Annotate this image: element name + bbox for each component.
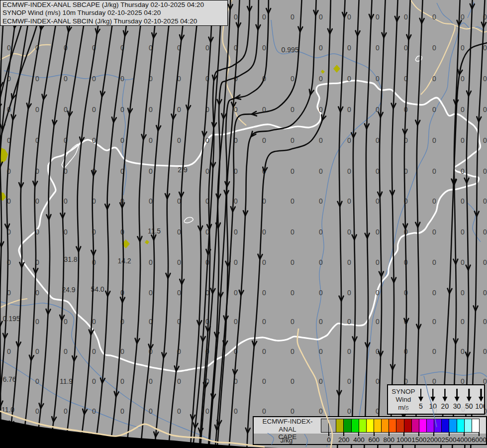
cape-tick-mark — [464, 433, 465, 436]
svg-text:0: 0 — [291, 75, 294, 83]
svg-text:0: 0 — [177, 228, 181, 236]
svg-text:11.9: 11.9 — [60, 377, 73, 385]
svg-text:0: 0 — [64, 197, 68, 205]
svg-text:0: 0 — [291, 106, 294, 113]
svg-text:0: 0 — [347, 347, 351, 355]
svg-text:0: 0 — [347, 318, 351, 326]
svg-text:0: 0 — [120, 407, 124, 415]
svg-text:0: 0 — [7, 347, 11, 355]
svg-text:0: 0 — [262, 228, 266, 236]
svg-text:0: 0 — [149, 167, 153, 175]
svg-text:0: 0 — [483, 318, 487, 326]
svg-text:11.5: 11.5 — [148, 227, 161, 235]
svg-text:0: 0 — [347, 407, 351, 415]
title-line-wind: SYNOP Wind (m/s) 10m Thursday 02-10-2025… — [2, 9, 227, 17]
svg-text:0: 0 — [92, 407, 96, 415]
svg-text:0: 0 — [461, 75, 465, 83]
svg-text:0: 0 — [376, 197, 380, 205]
svg-text:0: 0 — [205, 407, 209, 415]
svg-text:0: 0 — [483, 167, 487, 175]
svg-text:0: 0 — [92, 136, 96, 144]
svg-text:0: 0 — [404, 44, 408, 52]
wind-speed-label: 10 — [429, 402, 437, 410]
svg-text:0: 0 — [64, 318, 68, 326]
wind-speed-arrow-icons: 510203050100 — [417, 385, 485, 414]
svg-text:0: 0 — [432, 318, 436, 326]
svg-text:0: 0 — [319, 197, 323, 205]
svg-text:0: 0 — [234, 258, 238, 266]
svg-text:0: 0 — [432, 197, 436, 205]
svg-text:0: 0 — [177, 407, 181, 415]
svg-text:0: 0 — [432, 106, 436, 113]
svg-text:0: 0 — [35, 377, 39, 385]
svg-text:0: 0 — [291, 377, 294, 385]
svg-text:0: 0 — [432, 136, 436, 144]
svg-text:0: 0 — [149, 258, 153, 266]
title-box: ECMWF-INDEX-ANAL SBCAPE (J/kg) Thursday … — [0, 0, 228, 26]
svg-text:0: 0 — [461, 347, 465, 355]
svg-text:0: 0 — [461, 318, 465, 326]
svg-text:0: 0 — [347, 13, 351, 21]
wind-legend-unit: m/s — [388, 404, 419, 412]
svg-text:0: 0 — [177, 106, 181, 113]
svg-text:0: 0 — [461, 289, 465, 297]
svg-text:0: 0 — [262, 136, 266, 144]
svg-text:0: 0 — [347, 75, 351, 83]
svg-text:0: 0 — [262, 289, 266, 297]
cape-tick-mark — [374, 433, 375, 436]
svg-text:0: 0 — [319, 106, 323, 113]
svg-text:0: 0 — [483, 228, 487, 236]
title-line-sbcape: ECMWF-INDEX-ANAL SBCAPE (J/kg) Thursday … — [2, 1, 227, 9]
svg-text:0: 0 — [262, 258, 266, 266]
svg-text:0: 0 — [234, 13, 238, 21]
svg-text:0: 0 — [234, 318, 238, 326]
svg-text:0: 0 — [291, 347, 294, 355]
svg-text:0: 0 — [149, 197, 153, 205]
svg-text:0: 0 — [120, 75, 124, 83]
weather-map-screen: 0000000000000000000000000000000000000000… — [0, 0, 487, 448]
svg-text:0: 0 — [262, 407, 266, 415]
svg-text:0: 0 — [205, 44, 209, 52]
svg-text:0: 0 — [347, 106, 351, 113]
svg-text:0: 0 — [120, 106, 124, 113]
svg-text:0: 0 — [92, 377, 96, 385]
svg-text:0: 0 — [461, 258, 465, 266]
svg-text:0: 0 — [35, 75, 39, 83]
cape-tick-mark — [449, 433, 450, 436]
svg-text:0: 0 — [376, 289, 380, 297]
svg-text:0: 0 — [376, 377, 380, 385]
svg-text:0: 0 — [347, 377, 351, 385]
svg-text:0: 0 — [291, 318, 294, 326]
svg-text:0: 0 — [432, 347, 436, 355]
svg-text:0: 0 — [120, 347, 124, 355]
svg-text:0: 0 — [149, 136, 153, 144]
svg-text:0: 0 — [64, 347, 68, 355]
svg-text:0: 0 — [7, 197, 11, 205]
svg-text:0: 0 — [319, 75, 323, 83]
svg-text:0: 0 — [404, 13, 408, 21]
svg-text:0: 0 — [432, 228, 436, 236]
svg-text:0: 0 — [234, 197, 238, 205]
svg-text:0: 0 — [35, 197, 39, 205]
cape-tick-mark — [358, 433, 359, 436]
map-canvas: 0000000000000000000000000000000000000000… — [0, 0, 487, 448]
svg-text:0: 0 — [35, 289, 39, 297]
svg-text:0: 0 — [92, 75, 96, 83]
svg-text:0: 0 — [376, 258, 380, 266]
svg-text:0: 0 — [234, 407, 238, 415]
wind-legend: SYNOP Wind m/s 510203050100 — [387, 384, 485, 415]
svg-text:0: 0 — [461, 106, 465, 113]
cape-tick-mark — [389, 433, 390, 436]
svg-text:0: 0 — [177, 377, 181, 385]
svg-text:0: 0 — [347, 44, 351, 52]
svg-text:0: 0 — [432, 258, 436, 266]
cape-tick-mark — [433, 433, 434, 436]
svg-text:0: 0 — [483, 136, 487, 144]
svg-text:0: 0 — [64, 407, 68, 415]
svg-text:0: 0 — [7, 44, 11, 52]
svg-text:0: 0 — [432, 289, 436, 297]
svg-text:0: 0 — [291, 289, 294, 297]
svg-text:0: 0 — [376, 13, 380, 21]
svg-text:0: 0 — [319, 13, 323, 21]
svg-text:0: 0 — [177, 289, 181, 297]
